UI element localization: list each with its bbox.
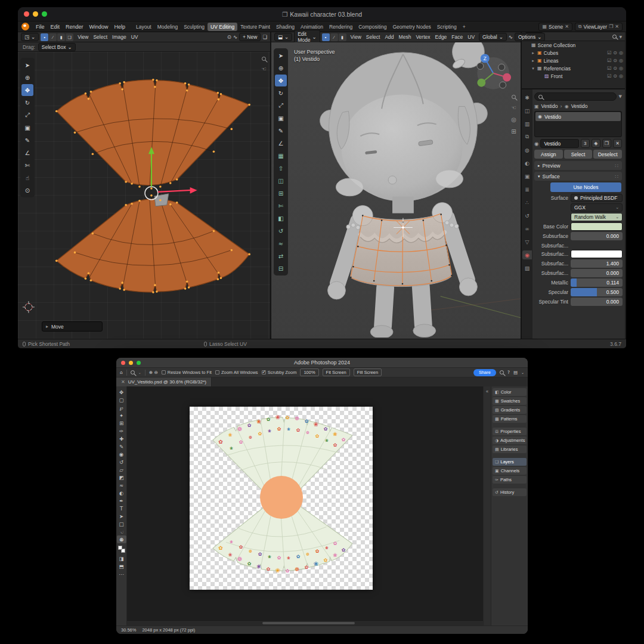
render-properties-tab[interactable]: ◫ <box>522 106 532 115</box>
sss-method-dropdown[interactable]: Random Walk⌄ <box>571 213 623 221</box>
panel-paths[interactable]: ✑ Paths <box>493 476 527 484</box>
eyedropper-tool[interactable]: ✑ <box>117 427 126 435</box>
material-slot[interactable]: ◉ Vestido <box>535 112 621 121</box>
active-tool-dropdown[interactable]: Select Box⌄ <box>38 43 76 51</box>
editor-type-button[interactable]: ◳⌄ <box>21 33 39 41</box>
bevel-tool[interactable]: ⊞ <box>275 187 287 199</box>
material-name-field[interactable]: Vestido <box>540 139 578 148</box>
grab-tool[interactable]: ☝ <box>21 172 33 184</box>
new-image-button[interactable]: + New <box>239 33 261 41</box>
viewport-menu-item[interactable]: UV <box>465 33 477 41</box>
scale-tool[interactable]: ⤢ <box>275 100 287 112</box>
pin-tool[interactable]: ⊙ <box>21 184 33 196</box>
search-icon[interactable] <box>500 370 504 374</box>
transform-tool[interactable]: ▣ <box>21 122 33 134</box>
tool-preset-chevron[interactable]: ⌄ <box>138 370 141 374</box>
workspace-tab[interactable]: Shading <box>273 23 298 31</box>
mesh-select-mode-buttons[interactable]: • ∕ ▮ <box>322 33 346 41</box>
move-tool[interactable]: ✥ <box>117 388 126 396</box>
brush-tool[interactable]: ✎ <box>117 442 126 450</box>
outliner-cubes[interactable]: ▸ ▣ Cubes ☑⊙◎ <box>522 49 625 57</box>
annotate-tool[interactable]: ✎ <box>275 125 287 137</box>
add-workspace-button[interactable]: + <box>460 23 469 31</box>
type-tool[interactable]: T <box>117 504 126 512</box>
edit-toolbar-button[interactable]: ⋯ <box>117 570 126 578</box>
hand-tool[interactable]: ☜ <box>117 528 126 535</box>
crop-tool[interactable]: ⊞ <box>117 419 126 427</box>
viewport-menu-item[interactable]: Select <box>364 33 383 41</box>
panel-swatches[interactable]: ▦ Swatches <box>493 397 527 405</box>
annotate-tool[interactable]: ✎ <box>21 134 33 146</box>
panel-channels[interactable]: ▣ Channels <box>493 467 527 475</box>
material-properties-tab[interactable]: ◉ <box>522 250 532 259</box>
sss-ior-slider[interactable]: 1.400 <box>571 259 623 268</box>
viewport-nav-gizmos[interactable]: ☜ ◎ ⊞ <box>511 95 516 135</box>
assign-button[interactable]: Assign <box>534 150 563 159</box>
particles-properties-tab[interactable]: ∴ <box>522 198 532 207</box>
scale-tool[interactable]: ⤢ <box>21 109 33 121</box>
workspace-tab[interactable]: Texture Paint <box>237 23 273 31</box>
uv-menu-item[interactable]: Select <box>91 33 110 41</box>
pen-tool[interactable]: ✒ <box>117 497 126 504</box>
scrollbar-thumb[interactable] <box>262 622 355 624</box>
tweak-tool[interactable]: ➤ <box>21 59 33 71</box>
edge-slide-tool[interactable]: ⇄ <box>275 250 287 262</box>
history-brush-tool[interactable]: ↺ <box>117 458 126 466</box>
output-properties-tab[interactable]: ▥ <box>522 119 532 128</box>
texture-properties-tab[interactable]: ▨ <box>522 264 532 273</box>
measure-tool[interactable]: ∠ <box>275 137 287 149</box>
shape-tool[interactable]: □ <box>117 520 126 528</box>
workspace-tab[interactable]: Rendering <box>326 23 355 31</box>
zoom-tool-icon[interactable] <box>131 370 135 374</box>
uv-menu-item[interactable]: UV <box>129 33 141 41</box>
knife-tool[interactable]: ✄ <box>275 200 287 212</box>
workspace-tab[interactable]: Scripting <box>434 23 460 31</box>
scrubby-zoom-checkbox[interactable]: Scrubby Zoom <box>262 370 297 375</box>
options-dropdown[interactable]: Options⌄ <box>515 33 545 41</box>
path-select-tool[interactable]: ➤ <box>117 512 126 520</box>
panel-patterns[interactable]: ▩ Patterns <box>493 415 527 423</box>
viewport-menu-item[interactable]: Edge <box>432 33 449 41</box>
viewport-menu-item[interactable]: Vertex <box>413 33 432 41</box>
spin-tool[interactable]: ↺ <box>275 225 287 237</box>
menu-item[interactable]: File <box>33 23 48 31</box>
cursor-tool[interactable]: ⊕ <box>275 62 287 74</box>
use-nodes-button[interactable]: Use Nodes <box>550 182 621 192</box>
users-count-button[interactable]: 3 <box>581 139 590 148</box>
horizontal-scrollbar[interactable] <box>127 620 483 626</box>
uv-canvas[interactable]: ➤⊕✥↻⤢▣✎∠✄☝⊙ ☜ <box>18 52 270 339</box>
fake-user-icon[interactable]: ◈ <box>592 139 600 148</box>
physics-properties-tab[interactable]: ↺ <box>522 211 532 220</box>
zoom-tool[interactable]: ⊕ <box>117 535 126 543</box>
workspace-switcher-icon[interactable]: ▤ <box>513 370 518 375</box>
workspace-tab[interactable]: Compositing <box>355 23 389 31</box>
panel-properties[interactable]: ☲ Properties <box>493 428 527 435</box>
snap-magnet-icon[interactable]: ∿ <box>509 34 513 40</box>
gradient-tool[interactable]: ◩ <box>117 473 126 481</box>
lasso-tool[interactable]: ℘ <box>117 404 126 411</box>
rip-region-tool[interactable]: ⊟ <box>275 262 287 274</box>
panel-collapse-strip[interactable]: « <box>483 386 491 626</box>
specular-slider[interactable]: 0.500 <box>571 288 623 296</box>
panel-gradients[interactable]: ▧ Gradients <box>493 406 527 414</box>
move-tool[interactable]: ✥ <box>275 75 287 86</box>
scene-selector[interactable]: ▦Scene✕ <box>538 23 572 31</box>
editor-type-button[interactable]: ⬓⌄ <box>274 33 292 41</box>
smooth-tool[interactable]: ≈ <box>275 237 287 249</box>
view-layer-properties-tab[interactable]: ⧉ <box>522 132 532 141</box>
metallic-slider[interactable]: 0.114 <box>571 278 623 287</box>
clone-stamp-tool[interactable]: ◉ <box>117 450 126 458</box>
fit-screen-button[interactable]: Fit Screen <box>323 369 350 376</box>
sss-anisotropy-slider[interactable]: 0.000 <box>571 269 623 277</box>
specular-tint-slider[interactable]: 0.000 <box>571 298 623 306</box>
panel-adjustments[interactable]: ◑ Adjustments <box>493 436 527 444</box>
zoom-in-out-icons[interactable]: ⊕ ⊖ <box>149 370 158 375</box>
sss-color-swatch[interactable] <box>571 250 623 258</box>
uv-menu-item[interactable]: View <box>75 33 91 41</box>
select-button[interactable]: Select <box>564 150 593 159</box>
panel-layers[interactable]: ❏ Layers <box>493 458 527 466</box>
constraints-properties-tab[interactable]: ∞ <box>522 224 532 233</box>
unlink-icon[interactable]: ✕ <box>613 139 622 148</box>
magic-wand-tool[interactable]: ✦ <box>117 411 126 419</box>
properties-search-input[interactable] <box>534 92 617 101</box>
